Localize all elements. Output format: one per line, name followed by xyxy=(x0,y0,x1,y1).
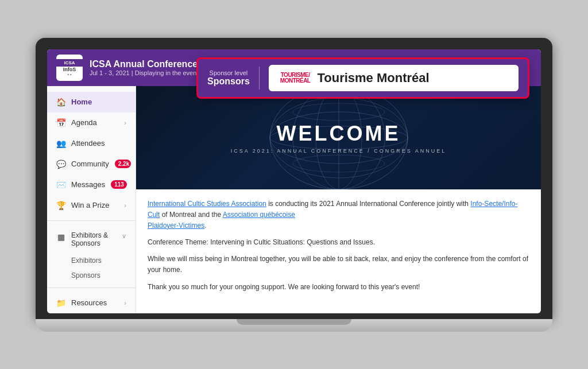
sidebar-item-win-a-prize[interactable]: 🏆 Win a Prize › xyxy=(47,195,136,216)
sidebar-item-home[interactable]: 🏠 Home xyxy=(47,92,136,112)
sponsor-logo: TOURISME/ MONTRÉAL xyxy=(280,72,311,84)
sidebar-item-exhibitors-sponsors[interactable]: ▦ Exhibitors & Sponsors ∨ xyxy=(47,226,136,253)
sponsor-banner: Sponsor level Sponsors TOURISME/ MONTRÉA… xyxy=(196,57,529,99)
sidebar-item-agenda[interactable]: 📅 Agenda › xyxy=(47,112,136,133)
hero-image: WELCOME ICSA 2021: ANNUAL CONFERENCE / C… xyxy=(136,86,541,189)
community-badge: 2.2k xyxy=(115,160,131,168)
content-paragraph-4: Thank you so much for your ongoing suppo… xyxy=(148,282,529,293)
content-body: International Cultic Studies Association… xyxy=(136,189,541,308)
sidebar-item-attendees[interactable]: 👥 Attendees xyxy=(47,133,136,154)
main-content: WELCOME ICSA 2021: ANNUAL CONFERENCE / C… xyxy=(136,86,541,313)
logo-bottom-text: • • xyxy=(68,72,72,76)
link-icsa[interactable]: International Cultic Studies Association xyxy=(148,200,266,208)
hero-text-block: WELCOME ICSA 2021: ANNUAL CONFERENCE / C… xyxy=(231,122,447,154)
messages-icon: ✉️ xyxy=(56,180,65,189)
content-paragraph-1: International Cultic Studies Association… xyxy=(148,199,529,232)
resources-chevron-icon: › xyxy=(124,300,126,306)
messages-badge: 113 xyxy=(111,180,127,189)
app-subtitle: Jul 1 - 3, 2021 | Displaying in the even… xyxy=(90,69,204,76)
sidebar-item-home-label: Home xyxy=(71,98,126,106)
sidebar-item-messages-label: Messages xyxy=(71,180,105,189)
content-paragraph-2: Conference Theme: Intervening in Cultic … xyxy=(148,237,529,248)
logo-middle-text: InfoS xyxy=(63,67,76,72)
sidebar-divider-1 xyxy=(47,220,136,221)
sidebar: 🏠 Home 📅 Agenda › 👥 Attendees 💬 xyxy=(47,86,136,313)
resources-icon: 📁 xyxy=(56,298,65,308)
screen: ICSA InfoS • • ICSA Annual Conference Ju… xyxy=(47,49,541,313)
app-content: 🏠 Home 📅 Agenda › 👥 Attendees 💬 xyxy=(47,86,541,313)
app-logo: ICSA InfoS • • xyxy=(56,55,83,81)
content-paragraph-3: While we will miss being in Montreal tog… xyxy=(148,254,529,275)
sidebar-item-agenda-label: Agenda xyxy=(71,118,118,127)
hero-title: WELCOME xyxy=(231,122,447,146)
sidebar-divider-2 xyxy=(47,288,136,288)
logo-top-text: ICSA xyxy=(56,59,83,67)
tourisme-logo: TOURISME/ MONTRÉAL xyxy=(280,72,311,84)
prize-icon: 🏆 xyxy=(56,201,65,210)
sponsor-level-label: Sponsor level xyxy=(207,69,250,76)
laptop-shell: ICSA InfoS • • ICSA Annual Conference Ju… xyxy=(36,38,552,332)
app-title: ICSA Annual Conference xyxy=(90,59,204,69)
exhibitors-icon: ▦ xyxy=(56,232,65,242)
prize-chevron-icon: › xyxy=(124,202,126,209)
sidebar-item-community[interactable]: 💬 Community 2.2k xyxy=(47,154,136,174)
sidebar-item-attendees-label: Attendees xyxy=(71,139,126,147)
exhibitors-sub-label: Exhibitors xyxy=(71,257,102,265)
hero-subtitle: ICSA 2021: ANNUAL CONFERENCE / CONGRÈS A… xyxy=(231,148,447,154)
sidebar-item-sponsors[interactable]: Sponsors xyxy=(47,268,136,283)
exhibitors-chevron-icon: ∨ xyxy=(122,232,126,240)
app-title-block: ICSA Annual Conference Jul 1 - 3, 2021 |… xyxy=(90,59,204,76)
sidebar-item-messages[interactable]: ✉️ Messages 113 xyxy=(47,174,136,195)
sponsor-divider xyxy=(259,67,260,90)
sponsor-level-block: Sponsor level Sponsors xyxy=(207,69,250,87)
sidebar-item-prize-label: Win a Prize xyxy=(71,201,118,209)
sidebar-item-exhibitors[interactable]: Exhibitors xyxy=(47,253,136,268)
sidebar-item-resources[interactable]: 📁 Resources › xyxy=(47,293,136,313)
agenda-icon: 📅 xyxy=(56,118,65,127)
sponsor-level-title: Sponsors xyxy=(207,76,250,87)
link-association[interactable]: Association québécoisePlaidoyer-Victimes xyxy=(148,211,295,230)
screen-bezel: ICSA InfoS • • ICSA Annual Conference Ju… xyxy=(36,38,552,319)
exhibitors-sponsors-label: Exhibitors & Sponsors xyxy=(71,231,116,247)
sponsor-card: TOURISME/ MONTRÉAL Tourisme Montréal xyxy=(269,65,519,91)
sponsor-name: Tourisme Montréal xyxy=(317,71,429,86)
chevron-icon: › xyxy=(124,119,126,126)
sidebar-item-community-label: Community xyxy=(71,160,109,168)
sidebar-item-resources-label: Resources xyxy=(71,298,118,307)
attendees-icon: 👥 xyxy=(56,139,65,148)
sponsors-sub-label: Sponsors xyxy=(71,271,100,279)
community-icon: 💬 xyxy=(56,160,65,169)
home-icon: 🏠 xyxy=(56,98,65,107)
laptop-base xyxy=(36,319,552,332)
